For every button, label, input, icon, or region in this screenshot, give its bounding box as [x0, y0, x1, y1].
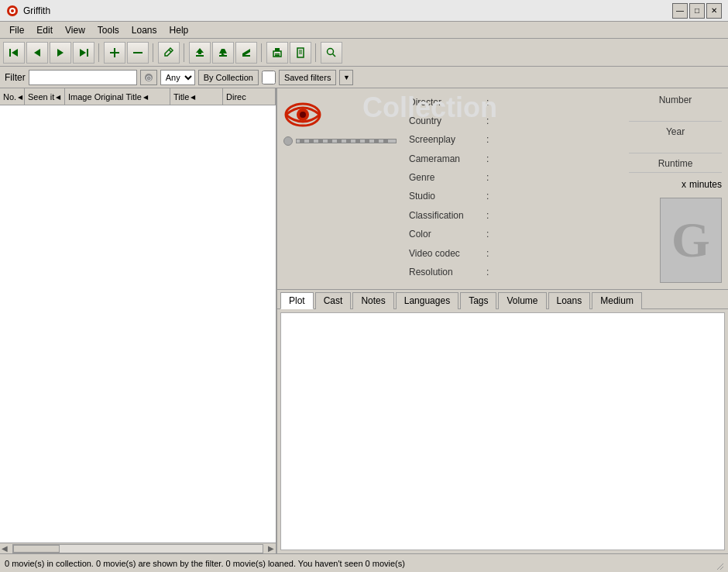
- svg-line-36: [720, 567, 723, 570]
- saved-filters-button[interactable]: Saved filters: [279, 70, 337, 85]
- print-button[interactable]: [266, 42, 288, 64]
- col-image-title[interactable]: Image Original Title ◀: [65, 88, 170, 105]
- runtime-section: Runtime: [629, 158, 722, 173]
- field-videocodec: Video codec :: [409, 246, 623, 260]
- rating-knob: [283, 136, 293, 146]
- svg-rect-7: [87, 49, 88, 57]
- filterbar: Filter ⊙ Any By Collection Saved filters…: [0, 67, 728, 88]
- by-collection-button[interactable]: By Collection: [198, 70, 259, 85]
- menu-view[interactable]: View: [59, 23, 91, 37]
- col-seen-sort: ◀: [56, 94, 60, 101]
- export-button[interactable]: [212, 42, 234, 64]
- tab-tags[interactable]: Tags: [460, 292, 496, 309]
- svg-point-2: [11, 9, 14, 12]
- tab-content-plot: [280, 312, 725, 550]
- filter-clear-button[interactable]: ⊙: [140, 70, 157, 85]
- menu-help[interactable]: Help: [163, 23, 195, 37]
- svg-marker-17: [219, 49, 227, 55]
- field-studio: Studio :: [409, 189, 623, 204]
- toolbar-sep-2: [153, 43, 154, 62]
- svg-rect-22: [275, 53, 280, 55]
- svg-rect-19: [242, 55, 250, 57]
- col-image-title-sort: ◀: [143, 94, 148, 101]
- statusbar-text: 0 movie(s) in collection. 0 movie(s) are…: [5, 559, 405, 568]
- menu-loans[interactable]: Loans: [125, 23, 163, 37]
- svg-marker-5: [34, 49, 40, 57]
- scroll-thumb[interactable]: [13, 545, 60, 553]
- svg-line-29: [333, 53, 336, 57]
- col-seen[interactable]: Seen it ◀: [25, 88, 65, 105]
- svg-marker-15: [196, 48, 204, 54]
- svg-point-28: [328, 48, 334, 54]
- list-scrollbar[interactable]: ◀ ▶: [0, 543, 276, 553]
- scroll-left-btn[interactable]: ◀: [0, 544, 9, 553]
- col-title[interactable]: Title ◀: [170, 88, 223, 105]
- field-classification: Classification :: [409, 208, 623, 222]
- statusbar: 0 movie(s) in collection. 0 movie(s) are…: [0, 553, 728, 572]
- col-director[interactable]: Direc: [223, 88, 276, 105]
- menu-tools[interactable]: Tools: [91, 23, 125, 37]
- tab-cast[interactable]: Cast: [315, 292, 352, 309]
- svg-rect-3: [9, 49, 11, 57]
- detail-fields: Director : Country : Screenplay : Camera…: [409, 95, 623, 283]
- movie-list-body[interactable]: [0, 105, 276, 543]
- go-last-button[interactable]: [73, 42, 94, 64]
- remove-button[interactable]: [127, 42, 149, 64]
- tab-volume[interactable]: Volume: [498, 292, 546, 309]
- svg-text:⊙: ⊙: [146, 74, 152, 82]
- movie-poster: G: [660, 198, 722, 283]
- tab-notes[interactable]: Notes: [352, 292, 393, 309]
- tab-medium[interactable]: Medium: [592, 292, 642, 309]
- tabs-bar: Plot Cast Notes Languages Tags Volume Lo…: [277, 290, 728, 309]
- field-genre: Genre :: [409, 171, 623, 185]
- go-forward-button[interactable]: [50, 42, 71, 64]
- toolbar-sep-4: [261, 43, 263, 62]
- go-back-button[interactable]: [26, 42, 48, 64]
- search-button[interactable]: [321, 42, 342, 64]
- detail-panel: Collection Director : Country : Screenpl…: [277, 88, 728, 553]
- scroll-track[interactable]: [12, 544, 263, 553]
- import-button[interactable]: [189, 42, 211, 64]
- field-country: Country :: [409, 113, 623, 128]
- year-section: Year: [629, 126, 722, 153]
- tab-plot[interactable]: Plot: [280, 292, 314, 309]
- go-first-button[interactable]: [3, 42, 25, 64]
- tab-loans[interactable]: Loans: [548, 292, 591, 309]
- svg-line-35: [717, 563, 723, 570]
- add-button[interactable]: [104, 42, 125, 64]
- col-title-sort: ◀: [191, 94, 195, 101]
- tab-languages[interactable]: Languages: [396, 292, 458, 309]
- field-resolution: Resolution :: [409, 265, 623, 280]
- toolbar-sep-1: [98, 43, 100, 62]
- menu-file[interactable]: File: [3, 23, 30, 37]
- by-collection-check[interactable]: [262, 71, 276, 84]
- svg-rect-10: [110, 52, 119, 53]
- filter-input[interactable]: [29, 70, 137, 85]
- app-title: Griffith: [23, 5, 671, 16]
- runtime-value: x minutes: [682, 179, 722, 190]
- svg-rect-16: [219, 55, 227, 57]
- svg-marker-6: [57, 49, 64, 57]
- detail-top: Collection Director : Country : Screenpl…: [277, 88, 728, 290]
- toolbar: [0, 39, 728, 67]
- scroll-right-btn[interactable]: ▶: [266, 544, 276, 553]
- field-color: Color :: [409, 227, 623, 242]
- svg-rect-23: [275, 55, 280, 57]
- close-button[interactable]: ✕: [706, 3, 722, 19]
- detail-right: Number Year Runtime x minutes G: [629, 95, 722, 283]
- field-cameraman: Cameraman :: [409, 151, 623, 166]
- svg-marker-4: [12, 49, 18, 57]
- svg-marker-12: [165, 48, 173, 56]
- filter-any-select[interactable]: Any: [160, 70, 195, 85]
- edit-button[interactable]: [158, 42, 180, 64]
- col-no[interactable]: No. ◀: [0, 88, 25, 105]
- titlebar: Griffith — □ ✕: [0, 0, 728, 22]
- export2-button[interactable]: [235, 42, 257, 64]
- menu-edit[interactable]: Edit: [30, 23, 59, 37]
- detail-left: Collection: [283, 95, 397, 283]
- print2-button[interactable]: [290, 42, 311, 64]
- col-no-sort: ◀: [18, 94, 22, 101]
- minimize-button[interactable]: —: [672, 3, 688, 19]
- maximize-button[interactable]: □: [689, 3, 705, 19]
- saved-filters-dropdown[interactable]: ▼: [339, 70, 353, 85]
